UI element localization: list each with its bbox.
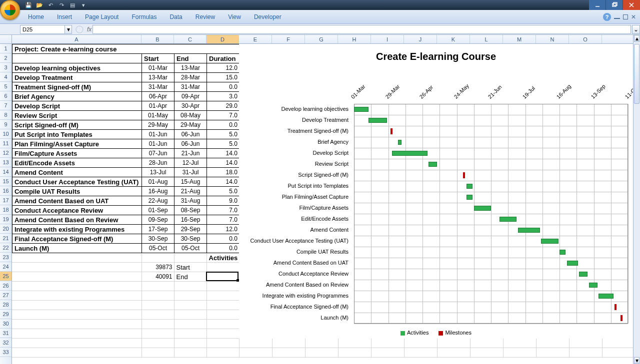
row-header-2[interactable]: 2: [0, 53, 12, 63]
row-header-17[interactable]: 17: [0, 196, 12, 205]
workbook-restore-icon[interactable]: [623, 14, 628, 19]
col-header-O[interactable]: O: [569, 35, 602, 43]
row-header-26[interactable]: 26: [0, 281, 12, 291]
formula-bar: D25 ▾ fx ⌄: [0, 24, 640, 35]
row-header-16[interactable]: 16: [0, 186, 12, 196]
row-header-9[interactable]: 9: [0, 120, 12, 129]
col-header-J[interactable]: J: [404, 35, 437, 43]
row-header-25[interactable]: 25: [0, 272, 12, 281]
data-table[interactable]: Project: Create e-learning courseStartEn…: [12, 44, 240, 282]
row-header-28[interactable]: 28: [0, 300, 12, 310]
chart-plot-area: [354, 104, 628, 324]
chart-x-axis: 01-Mar29-Mar26-Apr24-May21-Jun19-Jul16-A…: [354, 70, 628, 100]
col-header-M[interactable]: M: [503, 35, 536, 43]
tab-formulas[interactable]: Formulas: [126, 11, 162, 23]
window-minimize-button[interactable]: [589, 0, 606, 10]
col-header-L[interactable]: L: [470, 35, 503, 43]
scrollbar-thumb[interactable]: [634, 44, 640, 104]
cancel-formula-icon: [74, 25, 85, 34]
col-header-K[interactable]: K: [437, 35, 470, 43]
tab-view[interactable]: View: [222, 11, 247, 23]
qat-undo-icon[interactable]: ↶: [46, 1, 55, 9]
chart-title: Create E-learning Course: [239, 44, 633, 65]
qat-open-icon[interactable]: 📂: [35, 1, 44, 9]
formula-bar-expand-icon[interactable]: ⌄: [632, 25, 640, 34]
qat-customize-icon[interactable]: ▾: [79, 1, 88, 9]
row-header-15[interactable]: 15: [0, 177, 12, 186]
row-header-27[interactable]: 27: [0, 291, 12, 300]
scroll-up-icon[interactable]: ▴: [634, 35, 640, 42]
row-header-5[interactable]: 5: [0, 82, 12, 91]
col-header-F[interactable]: F: [272, 35, 305, 43]
row-header-22[interactable]: 22: [0, 243, 12, 253]
window-close-button[interactable]: [623, 0, 640, 10]
row-header-6[interactable]: 6: [0, 91, 12, 101]
formula-input[interactable]: [92, 25, 631, 34]
select-all-triangle[interactable]: [0, 35, 12, 43]
col-header-H[interactable]: H: [338, 35, 371, 43]
chart-legend: Activities Milestones: [239, 330, 633, 336]
svg-point-5: [76, 26, 83, 33]
col-header-D[interactable]: D: [206, 35, 239, 43]
col-header-B[interactable]: B: [142, 35, 174, 43]
row-header-3[interactable]: 3: [0, 63, 12, 72]
row-header-4[interactable]: 4: [0, 72, 12, 82]
row-header-20[interactable]: 20: [0, 224, 12, 234]
scroll-down-icon[interactable]: ▾: [634, 357, 640, 364]
row-header-33[interactable]: 33: [0, 348, 12, 357]
col-header-C[interactable]: C: [174, 35, 206, 43]
tab-home[interactable]: Home: [22, 11, 50, 23]
col-header-G[interactable]: G: [305, 35, 338, 43]
row-header-11[interactable]: 11: [0, 139, 12, 148]
column-headers[interactable]: A B C D E F G H I J K L M N O: [0, 35, 640, 44]
office-button[interactable]: [0, 0, 20, 20]
svg-rect-1: [612, 3, 616, 6]
row-header-24[interactable]: 24: [0, 262, 12, 272]
col-header-A[interactable]: A: [12, 35, 142, 43]
workbook-close-icon[interactable]: ✕: [631, 13, 636, 20]
qat-quickprint-icon[interactable]: ▤: [68, 1, 77, 9]
qat-save-icon[interactable]: 💾: [24, 1, 33, 9]
row-header-7[interactable]: 7: [0, 101, 12, 110]
row-header-30[interactable]: 30: [0, 319, 12, 329]
row-header-29[interactable]: 29: [0, 310, 12, 319]
ribbon-tabs: Home Insert Page Layout Formulas Data Re…: [0, 10, 640, 24]
row-header-10[interactable]: 10: [0, 129, 12, 139]
col-header-I[interactable]: I: [371, 35, 404, 43]
name-box-dropdown-icon[interactable]: ▾: [65, 25, 72, 34]
row-header-32[interactable]: 32: [0, 338, 12, 348]
row-header-1[interactable]: 1: [0, 44, 12, 53]
row-header-13[interactable]: 13: [0, 158, 12, 167]
tab-insert[interactable]: Insert: [51, 11, 78, 23]
row-header-23[interactable]: 23: [0, 253, 12, 262]
row-header-19[interactable]: 19: [0, 215, 12, 224]
tab-page-layout[interactable]: Page Layout: [79, 11, 124, 23]
row-header-12[interactable]: 12: [0, 148, 12, 158]
vertical-scrollbar[interactable]: ▴ ▾: [633, 35, 640, 364]
window-titlebar: 💾 📂 ↶ ↷ ▤ ▾: [0, 0, 640, 10]
window-restore-button[interactable]: [606, 0, 623, 10]
row-header-8[interactable]: 8: [0, 110, 12, 120]
chart-y-axis-labels: Develop learning objectivesDevelop Treat…: [239, 104, 352, 324]
svg-rect-2: [614, 2, 617, 5]
row-headers[interactable]: 1234567891011121314151617181920212223242…: [0, 44, 12, 364]
name-box[interactable]: D25: [20, 25, 65, 34]
fx-label[interactable]: fx: [87, 26, 92, 33]
help-icon[interactable]: ?: [603, 13, 611, 21]
row-header-14[interactable]: 14: [0, 167, 12, 177]
row-header-31[interactable]: 31: [0, 329, 12, 338]
tab-data[interactable]: Data: [164, 11, 188, 23]
row-header-18[interactable]: 18: [0, 205, 12, 215]
tab-developer[interactable]: Developer: [248, 11, 288, 23]
ribbon-minimize-icon[interactable]: [614, 18, 620, 19]
col-header-E[interactable]: E: [239, 35, 272, 43]
gantt-chart[interactable]: Create E-learning Course 01-Mar29-Mar26-…: [239, 44, 633, 339]
col-header-N[interactable]: N: [536, 35, 569, 43]
row-header-21[interactable]: 21: [0, 234, 12, 243]
tab-review[interactable]: Review: [190, 11, 221, 23]
qat-redo-icon[interactable]: ↷: [57, 1, 66, 9]
spreadsheet-grid[interactable]: A B C D E F G H I J K L M N O 1234567891…: [0, 35, 640, 364]
